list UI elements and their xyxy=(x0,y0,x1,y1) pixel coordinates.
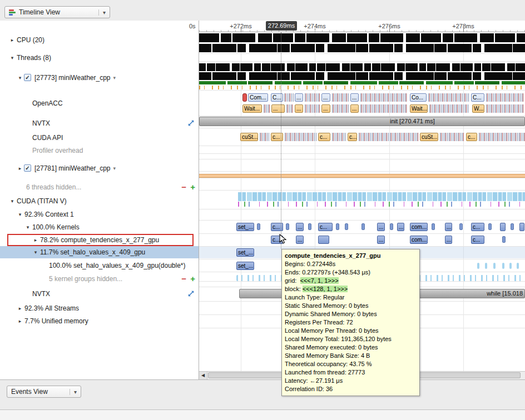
timeline-event-chip[interactable]: Co... xyxy=(410,93,427,102)
row-options-caret-icon[interactable]: ▾ xyxy=(113,166,116,171)
timeline-event-chip[interactable]: ... xyxy=(296,223,304,231)
timeline-event-mark[interactable] xyxy=(285,133,316,141)
timeline-event-chip[interactable]: cuSt... xyxy=(420,133,438,141)
show-rows-button[interactable]: + xyxy=(190,181,195,193)
timeline-event-mark[interactable] xyxy=(519,223,524,231)
timeline-event-chip[interactable]: ... xyxy=(397,223,404,231)
timeline-event-chip[interactable]: c... xyxy=(466,133,477,141)
timeline-event-chip[interactable]: com... xyxy=(410,223,428,231)
timeline-event-mark[interactable] xyxy=(459,223,463,230)
timeline-event-mark[interactable] xyxy=(502,236,506,243)
timeline-event-chip[interactable]: c... xyxy=(471,236,484,244)
expand-arrow-icon[interactable]: ▸ xyxy=(17,162,23,174)
timeline-event-chip[interactable]: Wait... xyxy=(242,104,262,113)
expand-track-icon[interactable] xyxy=(187,119,195,127)
timeline-event-mark[interactable] xyxy=(305,104,320,113)
timeline-event-chip[interactable]: set_... xyxy=(236,248,254,257)
timeline-event-chip[interactable]: ... xyxy=(295,104,303,113)
timeline-event-chip[interactable]: c... xyxy=(471,223,484,231)
timeline-event-mark[interactable] xyxy=(359,133,418,141)
timeline-event-chip[interactable]: c... xyxy=(318,223,333,231)
timeline-event-mark[interactable] xyxy=(360,93,408,102)
timeline-event-chip[interactable]: ... xyxy=(295,93,303,102)
timeline-event-mark[interactable] xyxy=(485,263,487,269)
tree-row[interactable]: ▸7.7% Unified memory xyxy=(0,315,199,327)
timeline-event-mark[interactable] xyxy=(345,223,348,230)
timeline-event-mark[interactable] xyxy=(260,133,269,141)
events-view-dropdown[interactable]: Events View ▾ xyxy=(7,386,81,398)
timeline-event-mark[interactable] xyxy=(511,223,514,230)
timeline-event-mark[interactable] xyxy=(305,93,320,102)
timeline-event-mark[interactable] xyxy=(486,104,524,113)
collapse-arrow-icon[interactable]: ▾ xyxy=(17,72,23,84)
tree-row[interactable]: ▸78.2% compute_tendencies_x_277_gpu xyxy=(0,234,199,246)
timeline-event-mark[interactable] xyxy=(286,223,289,230)
hide-rows-button[interactable]: − xyxy=(181,273,186,284)
timeline-event-chip[interactable]: ... xyxy=(377,236,385,244)
timeline-event-mark[interactable] xyxy=(257,223,260,230)
time-ruler[interactable]: 0s 272.69ms +272ms+274ms+276ms+278ms xyxy=(199,21,525,32)
timeline-event-mark[interactable] xyxy=(500,223,506,231)
timeline-event-mark[interactable] xyxy=(361,223,365,230)
timeline-event-chip[interactable]: com... xyxy=(410,236,428,244)
timeline-event-mark[interactable] xyxy=(429,104,469,113)
collapse-arrow-icon[interactable]: ▾ xyxy=(17,208,23,221)
collapse-arrow-icon[interactable]: ▾ xyxy=(32,246,39,258)
timeline-event-mark[interactable] xyxy=(308,223,311,230)
timeline-event-chip[interactable]: ... xyxy=(350,104,359,113)
tree-row[interactable]: NVTX xyxy=(0,117,199,129)
timeline-event-chip[interactable]: W... xyxy=(472,104,484,113)
timeline-event-chip[interactable]: c... xyxy=(348,133,357,141)
row-options-caret-icon[interactable]: ▾ xyxy=(113,75,116,81)
tree-row[interactable]: ▸CPU (20) xyxy=(0,34,199,46)
timeline-event-chip[interactable]: set_... xyxy=(236,262,254,270)
collapse-arrow-icon[interactable]: ▾ xyxy=(24,221,31,233)
collapse-arrow-icon[interactable]: ▾ xyxy=(9,195,16,207)
timeline-event-mark[interactable] xyxy=(479,133,525,141)
nvtx-range-bar-init[interactable]: init [270.471 ms] xyxy=(199,117,525,126)
timeline-event-mark[interactable] xyxy=(486,93,524,102)
tree-row[interactable]: NVTX xyxy=(0,288,199,300)
thread-visibility-checkbox[interactable]: ✓ xyxy=(24,74,31,81)
timeline-event-mark[interactable] xyxy=(264,104,270,113)
timeline-event-mark[interactable] xyxy=(332,133,346,141)
tree-row[interactable]: ▸✓[27781] miniWeather_cpp▾ xyxy=(0,162,199,174)
timeline-event-chip[interactable]: ... xyxy=(445,223,452,231)
tree-row[interactable]: ▾CUDA (TITAN V) xyxy=(0,195,199,207)
timeline-event-chip[interactable]: Wait... xyxy=(410,104,428,113)
expand-arrow-icon[interactable]: ▸ xyxy=(9,34,16,46)
timeline-event-chip[interactable]: c... xyxy=(318,133,330,141)
tree-row[interactable]: 100.0% set_halo_values_x_409_gpu(double*… xyxy=(0,259,199,272)
thread-visibility-checkbox[interactable]: ✓ xyxy=(24,164,31,172)
tree-row[interactable]: OpenACC xyxy=(0,97,199,109)
timeline-event-chip[interactable]: ... xyxy=(271,104,285,113)
collapse-arrow-icon[interactable]: ▾ xyxy=(9,52,16,64)
tree-row[interactable]: ▾✓[27773] miniWeather_cpp▾ xyxy=(0,72,199,84)
tree-row[interactable]: ▾11.7% set_halo_values_x_409_gpu xyxy=(0,246,199,258)
timeline-event-chip[interactable]: C... xyxy=(471,93,484,102)
view-selector-dropdown[interactable]: Timeline View ▾ xyxy=(4,6,110,18)
timeline-event-mark[interactable] xyxy=(493,263,496,269)
timeline-event-mark[interactable] xyxy=(440,133,464,141)
hide-rows-button[interactable]: − xyxy=(181,181,186,193)
show-rows-button[interactable]: + xyxy=(190,273,195,284)
tree-row[interactable]: 6 threads hidden...−+ xyxy=(0,181,199,193)
timeline-event-mark[interactable] xyxy=(332,104,349,113)
timeline-event-mark[interactable] xyxy=(332,93,349,102)
timeline-event-mark[interactable] xyxy=(318,236,329,244)
timeline-event-mark[interactable] xyxy=(284,93,294,102)
timeline-event-mark[interactable] xyxy=(390,223,393,230)
tree-row[interactable]: CUDA API xyxy=(0,132,199,144)
timeline-event-chip[interactable]: ... xyxy=(377,223,385,231)
tree-row[interactable]: ▾92.3% Context 1 xyxy=(0,208,199,221)
expand-arrow-icon[interactable]: ▸ xyxy=(32,234,39,246)
timeline-event-chip[interactable]: ... xyxy=(321,104,330,113)
tree-row[interactable]: Profiler overhead xyxy=(0,144,199,157)
timeline-event-mark[interactable] xyxy=(488,223,492,230)
timeline-event-mark[interactable] xyxy=(432,223,435,230)
timeline-event-chip[interactable]: Com... xyxy=(248,93,268,102)
tree-row[interactable]: ▸92.3% All Streams xyxy=(0,302,199,314)
tree-row[interactable]: 5 kernel groups hidden...−+ xyxy=(0,273,199,285)
tree-row[interactable]: ▾100.0% Kernels xyxy=(0,221,199,233)
timeline-event-mark[interactable] xyxy=(428,93,469,102)
